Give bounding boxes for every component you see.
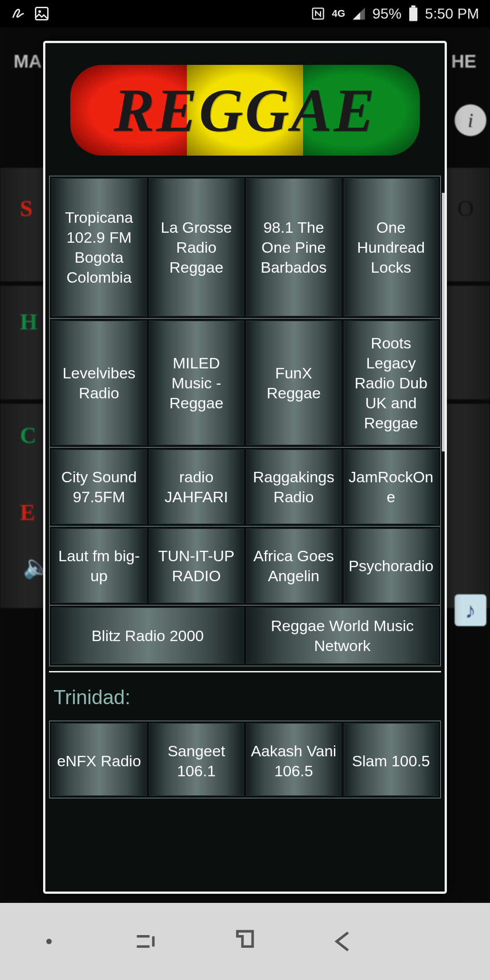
station-tile[interactable]: City Sound 97.5FM (52, 450, 147, 524)
nav-recents-button[interactable] (133, 928, 161, 955)
station-grid-main: City Sound 97.5FM radio JAHFARI Raggakin… (49, 448, 441, 527)
station-tile[interactable]: TUN-IT-UP RADIO (149, 529, 244, 603)
station-tile[interactable]: Levelvibes Radio (52, 321, 147, 445)
svg-point-1 (39, 10, 41, 13)
bg-tab-right: HE (451, 51, 476, 72)
station-tile[interactable]: Slam 100.5 (344, 723, 439, 796)
station-tile[interactable]: eNFX Radio (52, 723, 147, 796)
clock: 5:50 PM (425, 5, 479, 22)
station-tile[interactable]: Sangeet 106.1 (149, 723, 244, 796)
lte-indicator: 4G (332, 9, 345, 19)
status-bar: 4G 95% 5:50 PM (0, 0, 490, 27)
station-tile[interactable]: One Hundread Locks (344, 178, 439, 316)
scrollbar[interactable] (442, 193, 446, 451)
station-grid-main: Laut fm big-up TUN-IT-UP RADIO Africa Go… (49, 527, 441, 606)
nav-home-button[interactable] (231, 928, 259, 955)
dialog-scroll[interactable]: REGGAE Tropicana 102.9 FM Bogota Colombi… (45, 43, 445, 894)
station-grid-main: Tropicana 102.9 FM Bogota Colombia La Gr… (49, 176, 441, 319)
reggae-banner: REGGAE (70, 65, 420, 156)
nav-assistant[interactable] (35, 939, 63, 944)
scribble-icon (11, 5, 27, 22)
station-tile[interactable]: Africa Goes Angelin (246, 529, 341, 603)
info-icon: i (455, 104, 486, 136)
banner-text: REGGAE (70, 65, 420, 156)
phone-screen: 4G 95% 5:50 PM MA HE i S O H C E 🔈 ♪ (0, 0, 490, 980)
battery-percent: 95% (372, 5, 402, 22)
svg-rect-4 (411, 5, 415, 8)
music-note-icon: ♪ (455, 594, 486, 626)
station-tile[interactable]: Reggae World Music Network (246, 608, 438, 664)
bg-tab-left: MA (14, 51, 42, 72)
station-tile[interactable]: Roots Legacy Radio Dub UK and Reggae (344, 321, 439, 445)
station-picker-dialog: REGGAE Tropicana 102.9 FM Bogota Colombi… (43, 41, 447, 894)
bg-letter: S (20, 195, 33, 221)
system-nav-bar (0, 903, 490, 980)
battery-icon (408, 5, 419, 22)
station-grid-main: Blitz Radio 2000 Reggae World Music Netw… (49, 606, 441, 666)
station-tile[interactable]: Tropicana 102.9 FM Bogota Colombia (52, 178, 147, 316)
divider (49, 671, 441, 672)
station-tile[interactable]: 98.1 The One Pine Barbados (246, 178, 341, 316)
station-tile[interactable]: Blitz Radio 2000 (52, 608, 244, 664)
station-tile[interactable]: JamRockOne (344, 450, 439, 524)
section-label-trinidad: Trinidad: (49, 682, 441, 720)
svg-rect-3 (409, 8, 417, 21)
station-tile[interactable]: radio JAHFARI (149, 450, 244, 524)
bg-letter: E (20, 499, 35, 525)
status-right: 4G 95% 5:50 PM (311, 5, 479, 22)
bg-letter: C (20, 422, 36, 448)
signal-icon (352, 6, 366, 21)
station-grid-main: Levelvibes Radio MILED Music - Reggae Fu… (49, 319, 441, 448)
status-left (11, 5, 50, 22)
nfc-icon (311, 6, 325, 21)
station-grid-trinidad: eNFX Radio Sangeet 106.1 Aakash Vani 106… (49, 720, 441, 799)
station-tile[interactable]: Psychoradio (344, 529, 439, 603)
station-tile[interactable]: Laut fm big-up (52, 529, 147, 603)
station-tile[interactable]: MILED Music - Reggae (149, 321, 244, 445)
nav-back-button[interactable] (329, 928, 357, 955)
station-tile[interactable]: FunX Reggae (246, 321, 341, 445)
bg-letter: H (20, 309, 38, 335)
station-tile[interactable]: Raggakings Radio (246, 450, 341, 524)
station-tile[interactable]: Aakash Vani 106.5 (246, 723, 341, 796)
bg-letter-right: O (457, 195, 474, 221)
station-tile[interactable]: La Grosse Radio Reggae (149, 178, 244, 316)
picture-icon (34, 5, 50, 22)
